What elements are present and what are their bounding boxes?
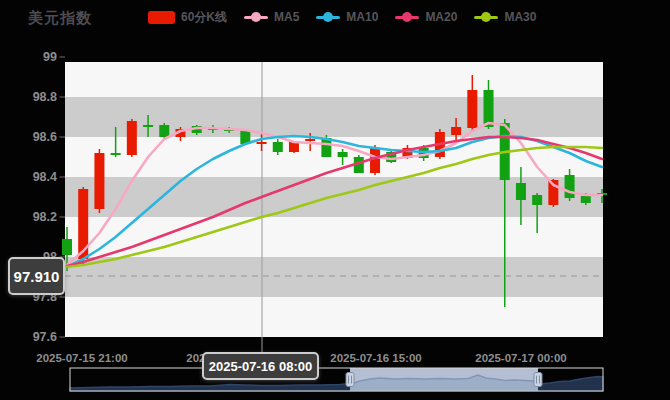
- candle-body: [143, 125, 153, 127]
- x-tick-label: 2025-07-15 21:00: [36, 352, 127, 364]
- x-tick-label: 2025-07-16 15:00: [330, 352, 421, 364]
- navigator[interactable]: [70, 368, 603, 391]
- candle-body: [305, 139, 315, 141]
- x-axis-crosshair-label: 2025-07-16 08:00: [202, 352, 319, 380]
- candle-body: [257, 142, 267, 144]
- y-axis-crosshair-label: 97.910: [8, 257, 65, 295]
- candle-body: [273, 142, 283, 152]
- navigator-left-handle[interactable]: [346, 373, 354, 387]
- y-tick-label: 97.6: [33, 330, 57, 344]
- y-tick-label: 98.4: [33, 170, 57, 184]
- candlestick-chart[interactable]: 9998.898.698.498.29897.897.62025-07-15 2…: [0, 0, 670, 400]
- candle-body: [581, 196, 591, 203]
- candle-body: [565, 175, 575, 198]
- candle-body: [94, 153, 104, 209]
- x-tick-label: 2025-07-17 00:00: [475, 352, 566, 364]
- y-tick-label: 98.6: [33, 130, 57, 144]
- chart-window: 美元指数 60分K线MA5MA10MA20MA30 9998.898.698.4…: [0, 0, 670, 400]
- candle-body: [516, 183, 526, 200]
- y-tick-label: 98.2: [33, 210, 57, 224]
- candle-body: [127, 121, 137, 155]
- y-tick-label: 98.8: [33, 90, 57, 104]
- candle-body: [532, 195, 542, 205]
- y-axis: 9998.898.698.498.29897.897.6: [33, 50, 65, 344]
- candle-body: [370, 148, 380, 173]
- candle-body: [62, 239, 72, 255]
- y-tick-label: 99: [43, 50, 57, 64]
- candle-body: [451, 127, 461, 135]
- candle-body: [338, 152, 348, 157]
- candle-body: [484, 90, 494, 127]
- candle-body: [111, 153, 121, 155]
- navigator-right-handle[interactable]: [534, 373, 542, 387]
- candle-body: [159, 125, 169, 137]
- candle-body: [467, 90, 477, 128]
